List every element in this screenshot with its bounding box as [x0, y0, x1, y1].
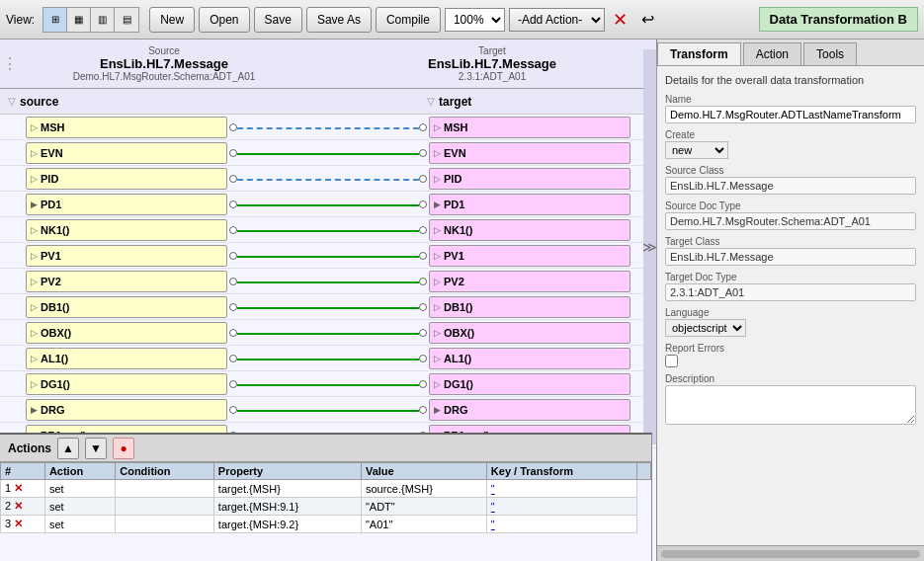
source-field-box[interactable]: ▶PD1 [26, 194, 227, 215]
source-field-box[interactable]: ▷MSH [26, 117, 227, 138]
target-field-box[interactable]: ▷PV2 [429, 271, 630, 292]
field-rows: ▷MSH▷MSH▷EVN▷EVN▷PID▷PID▶PD1▶PD1▷NK1()▷N… [0, 115, 656, 448]
source-field-box[interactable]: ▷DG1() [26, 373, 227, 395]
left-connector-circle [229, 252, 237, 260]
action-key[interactable]: " [486, 498, 636, 516]
action-delete-x[interactable]: ✕ [14, 518, 23, 529]
create-row: new existing [665, 141, 916, 159]
view-btn-2[interactable]: ▦ [67, 8, 91, 32]
action-condition [116, 516, 214, 533]
action-row[interactable]: 2 ✕settarget.{MSH:9.1}"ADT"" [1, 498, 651, 516]
source-field-box[interactable]: ▷EVN [26, 142, 227, 164]
target-field-box[interactable]: ▶DRG [429, 399, 630, 421]
source-field-box[interactable]: ▷DB1() [26, 296, 227, 318]
field-row: ▷PV1▷PV1 [0, 243, 656, 269]
target-field-box[interactable]: ▷OBX() [429, 322, 630, 344]
view-btn-3[interactable]: ▥ [91, 8, 115, 32]
key-link[interactable]: " [491, 519, 495, 530]
source-field-cell: ▷PV1 [0, 244, 229, 268]
target-root-label: target [439, 95, 471, 109]
source-field-box[interactable]: ▷PV1 [26, 245, 227, 267]
left-connector-circle [229, 226, 237, 234]
tab-action[interactable]: Action [743, 42, 801, 65]
action-delete-x[interactable]: ✕ [14, 500, 23, 512]
window-title: Data Transformation B [770, 12, 907, 27]
right-connector-circle [419, 200, 427, 208]
target-field-box[interactable]: ▷DB1() [429, 296, 630, 318]
target-class-value: EnsLib.HL7.Message [665, 248, 916, 266]
col-key: Key / Transform [486, 463, 636, 480]
tab-tools[interactable]: Tools [803, 42, 857, 65]
right-panel-scrollbar[interactable] [657, 545, 924, 561]
target-field-box[interactable]: ▷NK1() [429, 219, 630, 241]
compile-button[interactable]: Compile [376, 7, 441, 33]
connection-line [237, 153, 419, 155]
action-key[interactable]: " [486, 516, 636, 533]
close-button[interactable]: ✕ [609, 8, 632, 32]
action-delete-button[interactable]: ● [113, 438, 134, 459]
source-field-cell: ▷PID [0, 167, 229, 191]
source-field-box[interactable]: ▷NK1() [26, 219, 227, 241]
key-link[interactable]: " [491, 483, 495, 495]
target-field-cell: ▷OBX() [427, 321, 656, 345]
source-field-cell: ▷DG1() [0, 372, 229, 396]
action-key[interactable]: " [486, 480, 636, 498]
source-field-box[interactable]: ▷PV2 [26, 271, 227, 292]
action-delete-x[interactable]: ✕ [14, 482, 23, 494]
source-field-box[interactable]: ▷AL1() [26, 348, 227, 369]
open-button[interactable]: Open [199, 7, 249, 33]
field-row: ▷EVN▷EVN [0, 140, 656, 166]
add-action-select[interactable]: -Add Action- set if foreach [509, 8, 605, 32]
save-as-button[interactable]: Save As [306, 7, 372, 33]
undo-button[interactable]: ↩ [636, 8, 660, 32]
target-field-box[interactable]: ▷EVN [429, 142, 630, 164]
collapse-handle[interactable]: ≫ [643, 49, 657, 444]
left-connector-circle [229, 303, 237, 311]
source-field-cell: ▷OBX() [0, 321, 229, 345]
report-errors-checkbox[interactable] [665, 355, 678, 367]
source-field-cell: ▷MSH [0, 116, 229, 139]
create-select[interactable]: new existing [665, 141, 728, 159]
field-row: ▷PID▷PID [0, 166, 656, 192]
target-field-box[interactable]: ▶PD1 [429, 194, 630, 215]
field-row: ▷MSH▷MSH [0, 115, 656, 140]
source-field-box[interactable]: ▷PID [26, 168, 227, 190]
source-root-label: source [20, 95, 58, 109]
target-doc-type-value: 2.3.1:ADT_A01 [665, 283, 916, 301]
source-field-box[interactable]: ▶DRG [26, 399, 227, 421]
actions-table-wrap[interactable]: # Action Condition Property Value Key / … [0, 462, 651, 533]
view-btn-1[interactable]: ⊞ [43, 8, 67, 32]
target-field-box[interactable]: ▷AL1() [429, 348, 630, 369]
new-button[interactable]: New [149, 7, 195, 33]
right-connector-circle [419, 355, 427, 362]
left-connector-circle [229, 175, 237, 183]
description-textarea[interactable] [665, 385, 916, 425]
key-link[interactable]: " [491, 501, 495, 513]
col-num: # [1, 463, 45, 480]
zoom-select[interactable]: 100% 75% 50% 125% [445, 8, 505, 32]
target-field-box[interactable]: ▷PV1 [429, 245, 630, 267]
tab-transform[interactable]: Transform [657, 42, 741, 65]
target-field-cell: ▷DB1() [427, 295, 656, 319]
source-label: Source [20, 45, 308, 56]
action-type: set [44, 480, 115, 498]
save-button[interactable]: Save [254, 7, 302, 33]
view-btn-4[interactable]: ▤ [115, 8, 138, 32]
action-down-button[interactable]: ▼ [85, 438, 107, 459]
source-field-box[interactable]: ▷OBX() [26, 322, 227, 344]
connection-line [237, 204, 419, 206]
target-field-box[interactable]: ▷DG1() [429, 373, 630, 395]
view-group: ⊞ ▦ ▥ ▤ [42, 7, 139, 33]
target-field-box[interactable]: ▷MSH [429, 117, 630, 138]
action-up-button[interactable]: ▲ [57, 438, 79, 459]
horizontal-scrollbar-thumb[interactable] [661, 550, 920, 558]
action-row[interactable]: 3 ✕settarget.{MSH:9.2}"A01"" [1, 516, 651, 533]
create-label: Create [665, 129, 916, 140]
name-input[interactable] [665, 106, 916, 123]
target-field-box[interactable]: ▷PID [429, 168, 630, 190]
connection-line [237, 359, 419, 361]
connection-line [237, 127, 419, 129]
action-row[interactable]: 1 ✕settarget.{MSH}source.{MSH}" [1, 480, 651, 498]
language-select[interactable]: objectscript basic [665, 319, 746, 337]
left-drag-handle[interactable]: ⋮ [0, 54, 20, 73]
